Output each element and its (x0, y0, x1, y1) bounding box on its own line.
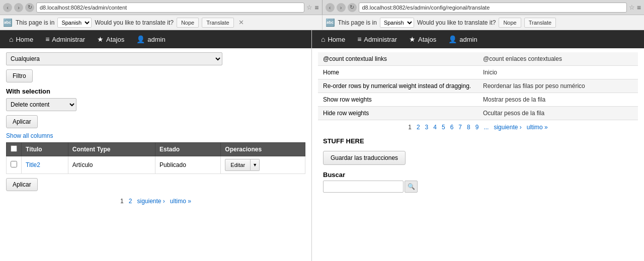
translate-question-right: Would you like to translate it? (417, 19, 496, 26)
nav-administrar-left[interactable]: ≡ Administrar (40, 33, 90, 45)
home-icon-right: ⌂ (321, 35, 325, 43)
ultimo-left[interactable]: ultimo » (169, 197, 193, 205)
row-title-cell: Title2 (22, 156, 68, 174)
back-button-right[interactable]: ‹ (326, 3, 335, 12)
table-row: Title2 Artículo Publicado Editar ▼ (7, 156, 305, 174)
star-icon-left: ★ (97, 35, 104, 43)
nav-atajos-right[interactable]: ★ Atajos (404, 33, 441, 45)
search-submit-button[interactable]: 🔍 (405, 181, 418, 193)
menu-nav-icon-left: ≡ (45, 35, 49, 43)
right-pagination: 1 2 3 4 5 6 7 8 9 ... siguiente › ultimo… (318, 120, 638, 134)
show-all-columns-link[interactable]: Show all columns (6, 132, 305, 139)
content-table: Título Content Type Estado Operaciones T… (6, 142, 305, 174)
translation-target: @count enlaces contextuales (478, 52, 638, 66)
table-header-content-type: Content Type (68, 143, 155, 156)
edit-dropdown-button[interactable]: ▼ (251, 159, 260, 171)
main-content: ⌂ Home ≡ Administrar ★ Atajos 👤 admin Cu… (0, 30, 644, 261)
nav-atajos-left[interactable]: ★ Atajos (92, 33, 129, 45)
select-all-checkbox[interactable] (11, 145, 17, 152)
nav-admin-left[interactable]: 👤 admin (131, 33, 170, 45)
reload-button-right[interactable]: ↻ (348, 3, 357, 12)
translate-bar: 🔤 This page is in Spanish Would you like… (0, 15, 644, 30)
translate-bar-right: 🔤 This page is in Spanish Would you like… (322, 15, 645, 30)
nav-admin-label-left: admin (147, 36, 165, 43)
language-select-right[interactable]: Spanish (380, 18, 414, 28)
forward-button-right[interactable]: › (337, 3, 346, 12)
nav-atajos-label-right: Atajos (418, 36, 436, 43)
translation-row: Re-order rows by numerical weight instea… (318, 79, 638, 93)
translation-table: @count contextual links @count enlaces c… (318, 52, 638, 120)
save-translations-button[interactable]: Guardar las traducciones (323, 151, 406, 165)
browser-chrome: ‹ › ↻ d8.localhost:8082/es/admin/content… (0, 0, 644, 15)
page-5-right[interactable]: 5 (440, 123, 447, 131)
nav-atajos-label-left: Atajos (106, 36, 124, 43)
filtro-button[interactable]: Filtro (6, 69, 33, 82)
page-9-right[interactable]: 9 (474, 123, 480, 131)
reload-button-left[interactable]: ↻ (25, 3, 34, 12)
translation-target: Reordenar las filas por peso numérico (478, 79, 638, 93)
nope-button-right[interactable]: Nope (499, 18, 521, 28)
translate-bar-left: 🔤 This page is in Spanish Would you like… (0, 15, 322, 30)
nav-admin-right[interactable]: 👤 admin (443, 33, 482, 45)
bookmark-icon-left[interactable]: ☆ (306, 4, 312, 11)
edit-button[interactable]: Editar (225, 159, 251, 171)
nav-home-label-right: Home (328, 36, 345, 43)
right-browser-pane: ‹ › ↻ d8.localhost:8082/es/admin/config/… (322, 0, 645, 15)
page-4-right[interactable]: 4 (432, 123, 438, 131)
page-2-right[interactable]: 2 (415, 123, 422, 131)
translate-button-right[interactable]: Translate (524, 18, 556, 28)
nav-home-right[interactable]: ⌂ Home (316, 33, 350, 45)
nav-administrar-label-left: Administrar (52, 36, 85, 43)
delete-select[interactable]: Delete content (6, 98, 76, 111)
search-label: Buscar (323, 171, 633, 179)
translation-target: Ocultar pesos de la fila (478, 107, 638, 120)
close-button-left[interactable]: ✕ (237, 18, 246, 27)
title-link[interactable]: Title2 (26, 161, 40, 168)
siguiente-right[interactable]: siguiente › (492, 123, 523, 131)
filter-select[interactable]: Cualquiera (6, 52, 222, 65)
translate-prefix-left: This page is in (16, 19, 54, 26)
search-section: Buscar 🔍 (318, 168, 638, 196)
address-bar-left[interactable]: d8.localhost:8082/es/admin/content (36, 3, 304, 13)
back-button-left[interactable]: ‹ (3, 3, 12, 12)
with-selection-label: With selection (6, 88, 305, 95)
siguiente-left[interactable]: siguiente › (135, 197, 166, 205)
forward-button-left[interactable]: › (14, 3, 23, 12)
language-select-left[interactable]: Spanish (57, 18, 92, 28)
aplicar-button-top[interactable]: Aplicar (6, 115, 38, 128)
aplicar-button-bottom[interactable]: Aplicar (6, 178, 38, 191)
menu-icon-right[interactable]: ≡ (637, 4, 641, 12)
ultimo-right[interactable]: ultimo » (525, 123, 549, 131)
left-panel-content: Cualquiera Filtro With selection Delete … (0, 48, 311, 261)
search-input-wrap: 🔍 (323, 181, 633, 193)
page-1-left: 1 (119, 197, 125, 205)
address-bar-right[interactable]: d8.localhost:8082/es/admin/config/region… (359, 3, 627, 13)
translation-target: Inicio (478, 66, 638, 79)
translation-source: Hide row weights (318, 107, 478, 120)
nope-button-left[interactable]: Nope (177, 18, 199, 28)
translation-source: Show row weights (318, 93, 478, 107)
nav-administrar-label-right: Administrar (364, 36, 397, 43)
page-8-right[interactable]: 8 (465, 123, 472, 131)
page-7-right[interactable]: 7 (457, 123, 463, 131)
ellipsis-right: ... (482, 123, 490, 131)
edit-btn-group: Editar ▼ (225, 159, 301, 171)
page-6-right[interactable]: 6 (449, 123, 455, 131)
nav-administrar-right[interactable]: ≡ Administrar (352, 33, 402, 45)
table-header-checkbox (7, 143, 22, 156)
translation-row: Show row weights Mostrar pesos de la fil… (318, 93, 638, 107)
bookmark-icon-right[interactable]: ☆ (629, 4, 635, 11)
row-checkbox[interactable] (11, 161, 17, 167)
translate-button-left[interactable]: Translate (202, 18, 233, 28)
nav-bar-right: ⌂ Home ≡ Administrar ★ Atajos 👤 admin (312, 30, 644, 48)
translation-source: @count contextual links (318, 52, 478, 66)
menu-icon-left[interactable]: ≡ (314, 4, 318, 12)
with-selection-section: With selection Delete content (6, 88, 305, 111)
nav-home-left[interactable]: ⌂ Home (4, 33, 38, 45)
page-2-left[interactable]: 2 (127, 197, 134, 205)
page-3-right[interactable]: 3 (424, 123, 430, 131)
left-pagination: 1 2 siguiente › ultimo » (6, 195, 305, 207)
star-icon-right: ★ (409, 35, 416, 43)
search-input[interactable] (323, 181, 404, 193)
user-icon-right: 👤 (448, 35, 457, 43)
